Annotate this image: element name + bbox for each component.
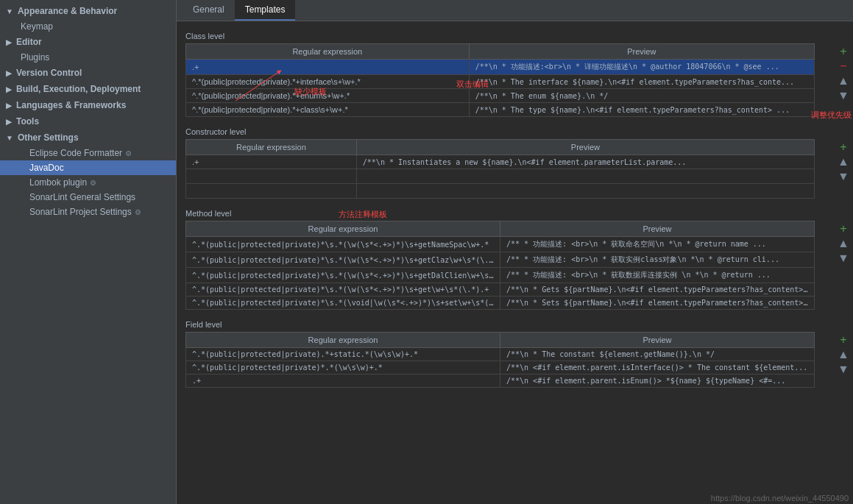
down-field-button[interactable]: ▼ (837, 363, 850, 376)
method-level-label: Method level (177, 205, 853, 221)
up-ctor-button[interactable]: ▲ (837, 155, 850, 168)
table-row[interactable]: ^.*(public|protected|private)*\s.*(\w(\s… (186, 237, 815, 252)
method-preview-header: Preview (500, 221, 815, 237)
table-row[interactable]: .+ /**\n * 功能描述:<br>\n * 详细功能描述\n * @aut… (186, 60, 815, 75)
method-level-table: Regular expression Preview ^.*(public|pr… (185, 221, 815, 310)
preview-cell: /**\n * The type ${name}.\n<#if element.… (469, 103, 814, 117)
sidebar-section-editor[interactable]: ▶ Editor (0, 34, 176, 50)
table-row[interactable]: ^.*(public|protected|private)*\s.*(\void… (186, 297, 815, 310)
tab-general[interactable]: General (183, 0, 235, 21)
regex-cell: ^.*(public|protected|private).*+interfac… (186, 75, 470, 89)
field-preview-header: Preview (500, 333, 815, 348)
regex-cell: ^.*(public|protected|private)*.*(\w\s\w)… (186, 361, 500, 375)
up-class-button[interactable]: ▲ (837, 74, 850, 88)
method-level-actions: + ▲ ▼ (834, 221, 853, 266)
sidebar-section-build[interactable]: ▶ Build, Execution, Deployment (0, 81, 176, 97)
preview-cell: /**\n * Gets ${partName}.\n<#if element.… (500, 283, 815, 297)
up-field-button[interactable]: ▲ (837, 348, 850, 361)
sidebar-section-languages[interactable]: ▶ Languages & Frameworks (0, 97, 176, 113)
up-method-button[interactable]: ▲ (837, 237, 850, 250)
sidebar-item-javadoc[interactable]: JavaDoc (0, 160, 176, 175)
remove-class-button[interactable]: − (837, 60, 850, 73)
table-row[interactable]: .+ /**\n * Instantiates a new ${name}.\n… (186, 155, 815, 169)
sidebar-section-other[interactable]: ▼ Other Settings (0, 129, 176, 146)
sidebar-section-tools[interactable]: ▶ Tools (0, 113, 176, 129)
field-level-table: Regular expression Preview ^.*(public|pr… (185, 332, 815, 388)
ctor-level-actions: + ▲ ▼ (834, 139, 853, 185)
class-level-actions: + − ▲ ▼ (834, 43, 853, 104)
add-field-button[interactable]: + (837, 333, 850, 347)
field-regex-header: Regular expression (186, 333, 500, 348)
down-class-button[interactable]: ▼ (837, 89, 850, 102)
class-level-table-container: Regular expression Preview .+ /**\n * 功能… (185, 43, 832, 117)
field-level-label: Field level (177, 316, 853, 332)
arrow-icon-tools: ▶ (6, 118, 12, 126)
preview-cell: /**\n * Instantiates a new ${name}.\n<#i… (356, 155, 814, 169)
class-level-section: Regular expression Preview .+ /**\n * 功能… (177, 43, 853, 117)
preview-cell: /** * 功能描述: <br>\n * 获取命名空间\n *\n * @ret… (500, 237, 815, 252)
settings-icon: ⚙ (125, 149, 132, 157)
preview-cell: /**\n <#if element.parent.isEnum()> *${n… (500, 375, 815, 388)
add-ctor-button[interactable]: + (837, 141, 850, 154)
table-row[interactable]: ^.*(public|protected|private).*+class\s+… (186, 103, 815, 117)
settings-icon-sonarlint: ⚙ (135, 208, 141, 216)
add-class-button[interactable]: + (837, 45, 850, 58)
arrow-icon-other: ▼ (6, 134, 13, 142)
method-regex-header: Regular expression (186, 221, 500, 237)
regex-cell: .+ (186, 60, 470, 75)
table-row[interactable]: ^.*(public|protected|private)*.*(\w\s\w)… (186, 361, 815, 375)
preview-cell: /**\n * The interface ${name}.\n<#if ele… (469, 75, 814, 89)
sidebar-section-appearance[interactable]: ▼ Appearance & Behavior (0, 3, 176, 19)
sidebar-item-plugins[interactable]: Plugins (0, 50, 176, 65)
arrow-icon-vcs: ▶ (6, 69, 12, 77)
add-method-button[interactable]: + (837, 222, 850, 235)
method-level-section: 方法注释模板 Regular expression Preview ^.*(pu… (177, 221, 853, 310)
tab-templates[interactable]: Templates (235, 0, 296, 21)
down-method-button[interactable]: ▼ (837, 252, 850, 265)
table-row[interactable]: ^.*(public|protected|private).*+interfac… (186, 75, 815, 89)
table-row-empty (186, 169, 815, 184)
method-level-table-container: Regular expression Preview ^.*(public|pr… (185, 221, 832, 310)
constructor-level-section: Regular expression Preview .+ /**\n * In… (177, 139, 853, 199)
constructor-level-label: Constructor level (177, 123, 853, 139)
main-panel: General Templates Class level Regular ex… (177, 0, 853, 504)
table-row[interactable]: .+ /**\n <#if element.parent.isEnum()> *… (186, 375, 815, 388)
sidebar-item-eclipse[interactable]: Eclipse Code Formatter ⚙ (0, 146, 176, 160)
arrow-icon-lang: ▶ (6, 102, 12, 110)
table-row[interactable]: ^.*(public|protected|private)*\s.*(\w(\s… (186, 268, 815, 283)
sidebar-item-keymap[interactable]: Keymap (0, 19, 176, 34)
arrow-icon-build: ▶ (6, 85, 12, 93)
class-level-label: Class level (177, 27, 853, 43)
class-level-table: Regular expression Preview .+ /**\n * 功能… (185, 43, 815, 117)
down-ctor-button[interactable]: ▼ (837, 170, 850, 183)
regex-cell: ^.*(public|protected|private).*+class\s+… (186, 103, 470, 117)
ctor-preview-header: Preview (356, 140, 814, 155)
sidebar-item-sonarlint-project[interactable]: SonarLint Project Settings ⚙ (0, 205, 176, 219)
preview-cell: /**\n * Sets ${partName}.\n<#if element.… (500, 297, 815, 310)
regex-cell: ^.*(public|protected|private).*+static.*… (186, 348, 500, 361)
table-row[interactable]: ^.*(public|protected|private)*\s.*(\w(\s… (186, 283, 815, 297)
regex-cell: ^.*(public|protected|private).*+enum\s+\… (186, 89, 470, 103)
field-level-actions: + ▲ ▼ (834, 332, 853, 377)
ctor-regex-header: Regular expression (186, 140, 357, 155)
table-row[interactable]: ^.*(public|protected|private)*\s.*(\w(\s… (186, 252, 815, 268)
class-regex-header: Regular expression (186, 44, 470, 60)
regex-cell: ^.*(public|protected|private)*\s.*(\w(\s… (186, 283, 500, 297)
sidebar-item-lombok[interactable]: Lombok plugin ⚙ (0, 175, 176, 190)
preview-cell: /**\n * The enum ${name}.\n */ (469, 89, 814, 103)
class-preview-header: Preview (469, 44, 814, 60)
sidebar-section-vcs[interactable]: ▶ Version Control (0, 65, 176, 81)
regex-cell: .+ (186, 155, 357, 169)
sidebar-section-label: Appearance & Behavior (18, 6, 117, 16)
sidebar-item-sonarlint-general[interactable]: SonarLint General Settings (0, 190, 176, 205)
content-area: Class level Regular expression Preview .… (177, 21, 853, 504)
sidebar: ▼ Appearance & Behavior Keymap ▶ Editor … (0, 0, 177, 504)
watermark: https://blog.csdn.net/weixin_44550490 (707, 492, 853, 504)
table-row-empty2 (186, 184, 815, 199)
arrow-icon: ▼ (6, 7, 13, 15)
arrow-icon-editor: ▶ (6, 38, 12, 46)
table-row[interactable]: ^.*(public|protected|private).*+static.*… (186, 348, 815, 361)
table-row[interactable]: ^.*(public|protected|private).*+enum\s+\… (186, 89, 815, 103)
regex-cell: ^.*(public|protected|private)*\s.*(\w(\s… (186, 237, 500, 252)
settings-icon-lombok: ⚙ (90, 179, 96, 187)
